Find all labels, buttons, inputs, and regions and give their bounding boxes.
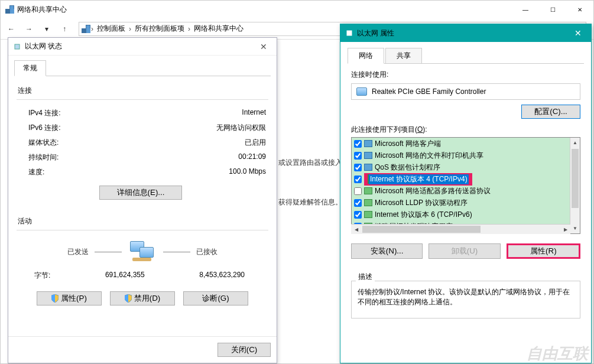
protocol-icon — [364, 140, 372, 147]
ipv6-value: 无网络访问权限 — [216, 123, 266, 133]
list-item-checkbox[interactable] — [354, 187, 362, 195]
list-item[interactable]: Internet 协议版本 6 (TCP/IPv6) — [352, 209, 570, 220]
media-row: 媒体状态: 已启用 — [17, 135, 268, 150]
props-close-button[interactable]: ✕ — [567, 26, 589, 40]
list-item[interactable]: Microsoft 网络的文件和打印机共享 — [352, 150, 570, 161]
configure-button-label: 配置(C)... — [534, 107, 567, 116]
bytes-row: 字节: 691,624,355 8,453,623,290 — [17, 268, 268, 283]
svg-rect-0 — [15, 44, 20, 49]
disable-button-label: 禁用(D) — [134, 293, 161, 304]
list-item-checkbox[interactable] — [354, 211, 362, 219]
tab-sharing[interactable]: 共享 — [385, 48, 422, 64]
nav-forward[interactable]: → — [22, 22, 36, 36]
status-close-button[interactable]: ✕ — [253, 40, 274, 54]
list-item[interactable]: Microsoft 网络客户端 — [352, 138, 570, 150]
breadcrumb-item[interactable]: 控制面板 — [95, 24, 128, 34]
disable-button[interactable]: 禁用(D) — [110, 291, 175, 306]
scroll-right-button[interactable]: ▶ — [560, 225, 570, 234]
list-item-label: Internet 协议版本 6 (TCP/IPv6) — [375, 210, 472, 220]
close-dialog-button[interactable]: 关闭(C) — [218, 343, 271, 357]
status-title: 以太网 状态 — [13, 41, 62, 51]
protocol-icon — [364, 199, 372, 206]
scroll-track[interactable] — [361, 225, 560, 234]
divider — [17, 99, 268, 100]
properties-button[interactable]: 属性(P) — [37, 291, 102, 306]
breadcrumb-item[interactable]: 所有控制面板项 — [132, 24, 187, 34]
connection-section-header: 连接 — [18, 86, 268, 96]
list-item-checkbox[interactable] — [354, 199, 362, 207]
breadcrumb-separator: › — [91, 25, 93, 33]
status-tabs: 常规 — [14, 60, 271, 76]
scroll-down-button[interactable]: ▼ — [570, 223, 580, 233]
description-box: 传输控制协议/Internet 协议。该协议是默认的广域网络协议，用于在不同的相… — [351, 281, 580, 318]
adapter-name: Realtek PCIe GBE Family Controller — [372, 87, 486, 96]
diagnose-button[interactable]: 诊断(G) — [183, 291, 248, 306]
shield-icon — [125, 294, 132, 303]
protocol-icon — [364, 187, 372, 194]
status-title-text: 以太网 状态 — [25, 41, 62, 51]
received-label: 已接收 — [196, 247, 218, 257]
protocol-icon — [364, 164, 372, 171]
nav-up[interactable]: ↑ — [57, 22, 72, 36]
connect-using-label: 连接时使用: — [351, 70, 580, 80]
configure-button[interactable]: 配置(C)... — [521, 105, 580, 119]
maximize-button[interactable]: ☐ — [539, 1, 566, 18]
window-controls: — ☐ ✕ — [512, 1, 593, 18]
list-item-checkbox[interactable] — [354, 176, 362, 183]
media-label: 媒体状态: — [28, 138, 59, 148]
adapter-icon — [356, 87, 367, 96]
ipv6-row: IPv6 连接: 无网络访问权限 — [17, 121, 268, 135]
protocol-icon — [364, 211, 372, 218]
install-button[interactable]: 安装(N)... — [351, 243, 423, 259]
speed-value: 100.0 Mbps — [229, 167, 266, 177]
scroll-thumb[interactable] — [572, 149, 579, 208]
explorer-title-text: 网络和共享中心 — [17, 5, 67, 15]
scroll-thumb[interactable] — [362, 226, 481, 233]
list-item-checkbox[interactable] — [354, 140, 362, 148]
list-item[interactable]: QoS 数据包计划程序 — [352, 161, 570, 173]
list-item[interactable]: Microsoft 网络适配器多路传送器协议 — [352, 185, 570, 197]
activity-section-header: 活动 — [18, 216, 268, 226]
config-row: 配置(C)... — [351, 105, 580, 119]
list-item-checkbox[interactable] — [354, 152, 362, 160]
scroll-track[interactable] — [570, 148, 580, 223]
ipv6-label: IPv6 连接: — [28, 123, 61, 133]
status-action-buttons: 属性(P) 禁用(D) 诊断(G) — [17, 291, 268, 306]
vertical-scrollbar[interactable]: ▲ ▼ — [570, 138, 580, 233]
tab-network[interactable]: 网络 — [348, 48, 384, 64]
speed-label: 速度: — [28, 167, 44, 177]
list-item-label: Microsoft LLDP 协议驱动程序 — [375, 198, 468, 208]
nav-history-dropdown[interactable]: ▾ — [40, 22, 54, 36]
nav-back[interactable]: ← — [4, 22, 18, 36]
list-item-checkbox[interactable] — [354, 164, 362, 171]
list-item-label: Microsoft 网络客户端 — [375, 139, 441, 149]
speed-row: 速度: 100.0 Mbps — [17, 165, 268, 180]
breadcrumb-item[interactable]: 网络和共享中心 — [191, 24, 246, 34]
list-item[interactable]: Internet 协议版本 4 (TCP/IPv4) — [352, 173, 570, 185]
tab-general[interactable]: 常规 — [14, 60, 46, 76]
horizontal-scrollbar[interactable]: ◀ ▶ — [351, 224, 570, 234]
scroll-up-button[interactable]: ▲ — [570, 138, 580, 148]
details-button[interactable]: 详细信息(E)... — [99, 186, 182, 200]
component-properties-button[interactable]: 属性(R) — [507, 243, 580, 259]
scroll-left-button[interactable]: ◀ — [351, 225, 361, 234]
close-button[interactable]: ✕ — [566, 1, 593, 18]
activity-line — [95, 252, 122, 252]
props-tabs: 网络 共享 — [348, 48, 584, 64]
activity-line — [163, 252, 190, 252]
properties-button-label: 属性(P) — [61, 293, 87, 304]
list-item[interactable]: Microsoft LLDP 协议驱动程序 — [352, 197, 570, 209]
duration-value: 00:21:09 — [238, 152, 266, 162]
minimize-button[interactable]: — — [512, 1, 539, 18]
uninstall-button-label: 卸载(U) — [452, 246, 478, 255]
bytes-label: 字节: — [34, 271, 50, 281]
bytes-recv-value: 8,453,623,290 — [199, 271, 245, 281]
status-titlebar: 以太网 状态 ✕ — [8, 38, 277, 56]
ethernet-icon — [13, 43, 21, 51]
ipv4-label: IPv4 连接: — [28, 108, 61, 118]
props-content: 连接时使用: Realtek PCIe GBE Family Controlle… — [348, 64, 584, 324]
ethernet-status-dialog: 以太网 状态 ✕ 常规 连接 IPv4 连接: Internet IPv6 连接… — [8, 37, 277, 363]
ipv4-value: Internet — [242, 108, 266, 118]
ethernet-properties-dialog: 以太网 属性 ✕ 网络 共享 连接时使用: Realtek PCIe GBE F… — [340, 24, 592, 363]
list-item-label: QoS 数据包计划程序 — [375, 162, 440, 173]
